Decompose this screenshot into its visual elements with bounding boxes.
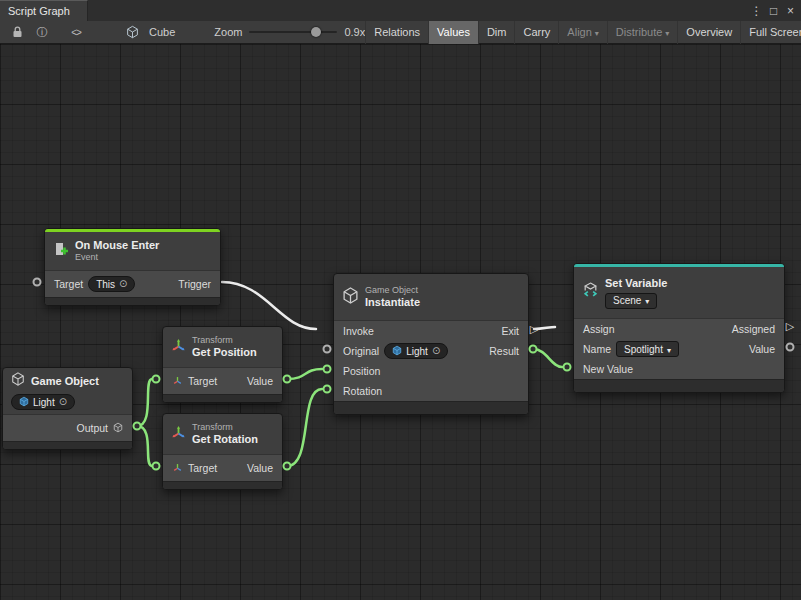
zoom-slider-knob[interactable] (311, 27, 321, 37)
light-object-field[interactable]: Light ⊙ (11, 394, 75, 410)
connection-trigger-invoke[interactable] (222, 282, 316, 329)
relations-button[interactable]: Relations (365, 21, 428, 44)
position-port-label: Position (343, 365, 380, 377)
result-port-label: Result (489, 345, 519, 357)
transform-icon (172, 375, 183, 388)
assign-port-label: Assign (583, 323, 615, 335)
chevron-down-icon: ▾ (665, 29, 669, 38)
variable-name-dropdown[interactable]: Spotlight ▾ (616, 341, 679, 357)
node-get-position[interactable]: Transform Get Position Target Value (162, 326, 283, 403)
port-set-variable-value-output[interactable] (786, 343, 795, 352)
node-title: Instantiate (365, 296, 420, 309)
port-instantiate-original-input[interactable] (323, 345, 332, 354)
original-object-field[interactable]: Light ⊙ (384, 343, 448, 359)
distribute-dropdown[interactable]: Distribute ▾ (607, 21, 677, 44)
node-title: Set Variable (605, 277, 667, 290)
code-icon[interactable]: <> (68, 24, 84, 40)
cube-icon (342, 287, 359, 308)
node-category: Game Object (365, 285, 420, 296)
values-button[interactable]: Values (428, 21, 478, 44)
window-close-button[interactable]: × (783, 2, 798, 20)
port-get-rotation-target-input[interactable] (152, 462, 161, 471)
node-footer (3, 441, 132, 449)
node-set-variable[interactable]: Set Variable Scene ▾ Assign Assigned Nam… (573, 263, 785, 393)
tab-script-graph[interactable]: Script Graph (0, 0, 88, 21)
align-dropdown[interactable]: Align ▾ (558, 21, 606, 44)
port-set-variable-newvalue-input[interactable] (563, 363, 572, 372)
port-instantiate-rotation-input[interactable] (323, 385, 332, 394)
node-on-mouse-enter[interactable]: On Mouse Enter Event Target This ⊙ Trigg… (44, 228, 221, 306)
invoke-port-label: Invoke (343, 325, 374, 337)
port-instantiate-position-input[interactable] (323, 365, 332, 374)
graph-name-label: Cube (149, 26, 175, 38)
chevron-down-icon: ▾ (595, 29, 599, 38)
window-menu-button[interactable]: ⋮ (749, 2, 764, 20)
port-mouse-enter-target-input[interactable] (33, 278, 42, 287)
this-object-field[interactable]: This ⊙ (88, 276, 135, 292)
original-port-label: Original (343, 345, 379, 357)
graph-toolbar: ⓘ <> Cube Zoom 0.9x Relations Values Dim… (0, 21, 801, 44)
zoom-value: 0.9x (344, 26, 365, 38)
connection-getrotation-value-rotation[interactable] (287, 389, 322, 466)
zoom-label: Zoom (214, 26, 242, 38)
node-category: Transform (192, 335, 257, 346)
connection-getposition-value-position[interactable] (287, 369, 322, 379)
object-picker-icon[interactable]: ⊙ (59, 397, 67, 407)
cube-icon (113, 422, 123, 435)
object-picker-icon[interactable]: ⊙ (119, 279, 127, 289)
transform-icon (171, 338, 186, 357)
node-title: Get Position (192, 346, 257, 359)
full-screen-button[interactable]: Full Screen (740, 21, 801, 44)
dim-button[interactable]: Dim (478, 21, 515, 44)
toolbar-buttons: Relations Values Dim Carry Align ▾ Distr… (365, 21, 801, 44)
connection-output-getposition-target[interactable] (137, 379, 152, 426)
port-get-position-value-output[interactable] (283, 375, 292, 384)
value-port-label: Value (247, 462, 273, 474)
exit-port-label: Exit (501, 325, 519, 337)
mouse-enter-event-icon (53, 241, 69, 261)
object-picker-icon[interactable]: ⊙ (432, 346, 440, 356)
lock-icon[interactable] (9, 24, 25, 40)
name-port-label: Name (583, 343, 611, 355)
port-instantiate-result-output[interactable] (529, 345, 538, 354)
window-maximize-button[interactable]: □ (766, 2, 781, 20)
graph-canvas[interactable]: On Mouse Enter Event Target This ⊙ Trigg… (0, 44, 801, 600)
port-set-variable-assigned-output[interactable]: ▷ (786, 321, 794, 332)
node-instantiate[interactable]: Game Object Instantiate Invoke Exit Orig… (333, 273, 529, 415)
value-port-label: Value (749, 343, 775, 355)
variable-icon (582, 282, 599, 303)
node-title: Game Object (31, 375, 99, 388)
new-value-port-label: New Value (583, 363, 633, 375)
rotation-port-label: Rotation (343, 385, 382, 397)
chevron-down-icon: ▾ (645, 297, 649, 306)
node-get-rotation[interactable]: Transform Get Rotation Target Value (162, 413, 283, 490)
node-footer (163, 394, 282, 402)
variable-scope-dropdown[interactable]: Scene ▾ (605, 293, 657, 309)
port-instantiate-exit-output[interactable]: ▷ (530, 324, 538, 335)
tab-bar: Script Graph ⋮ □ × (0, 0, 801, 21)
target-port-label: Target (188, 462, 217, 474)
window-controls: ⋮ □ × (749, 0, 798, 21)
node-game-object-light[interactable]: Game Object Light ⊙ Output (2, 367, 133, 450)
transform-icon (172, 462, 183, 475)
output-port-label: Output (76, 422, 108, 434)
node-footer (163, 481, 282, 489)
carry-button[interactable]: Carry (514, 21, 558, 44)
node-footer (574, 379, 784, 392)
info-icon[interactable]: ⓘ (34, 24, 50, 40)
node-footer (334, 401, 528, 414)
script-graph-window: Script Graph ⋮ □ × ⓘ <> Cube Zoom (0, 0, 801, 600)
port-game-object-output[interactable] (133, 422, 142, 431)
connection-output-getrotation-target[interactable] (137, 426, 152, 466)
cube-icon (11, 372, 25, 390)
port-get-position-target-input[interactable] (152, 375, 161, 384)
game-object-cube-icon (392, 345, 402, 358)
value-port-label: Value (247, 375, 273, 387)
target-port-label: Target (188, 375, 217, 387)
transform-icon (171, 425, 186, 444)
connection-result-newvalue[interactable] (533, 349, 562, 367)
port-get-rotation-value-output[interactable] (283, 462, 292, 471)
zoom-slider[interactable] (249, 31, 337, 33)
tab-title: Script Graph (8, 5, 70, 17)
overview-button[interactable]: Overview (677, 21, 740, 44)
